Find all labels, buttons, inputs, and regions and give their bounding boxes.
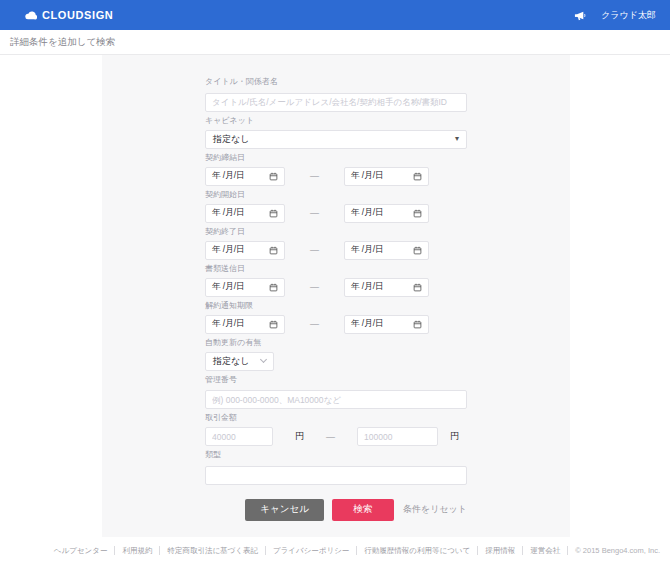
- field-cabinet: キャビネット 指定なし ▾: [205, 116, 467, 149]
- footer-link-careers[interactable]: 採用情報: [478, 546, 523, 555]
- amount-from-input[interactable]: [205, 427, 273, 446]
- start-date-from-input[interactable]: 年 /月/日: [205, 204, 285, 223]
- field-title-label: タイトル・関係者名: [205, 77, 467, 87]
- chevron-down-icon: [260, 356, 267, 363]
- end-date-from-input[interactable]: 年 /月/日: [205, 241, 285, 260]
- reset-conditions-link[interactable]: 条件をリセット: [403, 503, 467, 516]
- calendar-icon[interactable]: [269, 283, 278, 292]
- footer-link-company[interactable]: 運営会社: [523, 546, 568, 555]
- brand-name: CLOUDSIGN: [42, 9, 113, 21]
- footer-link-commercial-law[interactable]: 特定商取引法に基づく表記: [160, 546, 266, 555]
- footer-link-privacy-policy[interactable]: プライバシーポリシー: [266, 546, 357, 555]
- field-sent-date-label: 書類送信日: [205, 264, 467, 274]
- management-number-input[interactable]: [205, 390, 467, 409]
- field-start-date: 契約開始日 年 /月/日 — 年 /月/日: [205, 190, 467, 223]
- field-auto-renewal-label: 自動更新の有無: [205, 338, 467, 348]
- range-separator: —: [285, 319, 344, 329]
- field-type-label: 類型: [205, 450, 467, 460]
- field-amount: 取引金額 円 — 円: [205, 413, 467, 446]
- chevron-down-icon: ▾: [455, 135, 459, 143]
- termination-notice-to-input[interactable]: 年 /月/日: [344, 315, 429, 334]
- field-sent-date: 書類送信日 年 /月/日 — 年 /月/日: [205, 264, 467, 297]
- footer: ヘルプセンター 利用規約 特定商取引法に基づく表記 プライバシーポリシー 行動履…: [0, 537, 670, 555]
- calendar-icon[interactable]: [413, 320, 422, 329]
- field-termination-notice-label: 解約通知期限: [205, 301, 467, 311]
- range-separator: —: [285, 208, 344, 218]
- user-menu[interactable]: クラウド太郎: [601, 9, 656, 22]
- calendar-icon[interactable]: [413, 209, 422, 218]
- amount-to-input[interactable]: [357, 427, 438, 446]
- field-management-number-label: 管理番号: [205, 375, 467, 385]
- title-input[interactable]: [205, 93, 467, 112]
- calendar-icon[interactable]: [269, 209, 278, 218]
- amount-unit-from: 円: [295, 430, 304, 443]
- footer-link-behavior-history[interactable]: 行動履歴情報の利用等について: [357, 546, 478, 555]
- range-separator: —: [285, 245, 344, 255]
- search-button[interactable]: 検索: [332, 499, 394, 521]
- field-conclusion-date-label: 契約締結日: [205, 153, 467, 163]
- calendar-icon[interactable]: [269, 320, 278, 329]
- megaphone-icon[interactable]: [574, 9, 587, 22]
- field-end-date-label: 契約終了日: [205, 227, 467, 237]
- app-header: CLOUDSIGN クラウド太郎: [0, 0, 670, 30]
- field-management-number: 管理番号: [205, 375, 467, 410]
- calendar-icon[interactable]: [413, 246, 422, 255]
- page-title-bar: 詳細条件を追加して検索: [0, 30, 670, 55]
- page-title: 詳細条件を追加して検索: [10, 36, 115, 49]
- range-separator: —: [326, 432, 335, 442]
- type-input[interactable]: [205, 466, 467, 485]
- field-cabinet-label: キャビネット: [205, 116, 467, 126]
- search-form-panel: タイトル・関係者名 キャビネット 指定なし ▾ 契約締結日 年 /月/日: [102, 55, 570, 537]
- cancel-button[interactable]: キャンセル: [245, 499, 324, 521]
- conclusion-date-from-input[interactable]: 年 /月/日: [205, 167, 285, 186]
- header-right: クラウド太郎: [574, 9, 656, 22]
- form-buttons: キャンセル 検索 条件をリセット: [205, 499, 467, 521]
- range-separator: —: [285, 282, 344, 292]
- termination-notice-from-input[interactable]: 年 /月/日: [205, 315, 285, 334]
- amount-unit-to: 円: [450, 430, 459, 443]
- cloud-logo-icon: [24, 9, 37, 22]
- field-auto-renewal: 自動更新の有無 指定なし: [205, 338, 467, 371]
- content: タイトル・関係者名 キャビネット 指定なし ▾ 契約締結日 年 /月/日: [0, 55, 670, 569]
- field-amount-label: 取引金額: [205, 413, 467, 423]
- end-date-to-input[interactable]: 年 /月/日: [344, 241, 429, 260]
- conclusion-date-to-input[interactable]: 年 /月/日: [344, 167, 429, 186]
- field-title: タイトル・関係者名: [205, 77, 467, 112]
- field-type: 類型: [205, 450, 467, 485]
- footer-copyright: © 2015 Bengo4.com, Inc.: [568, 546, 660, 555]
- field-end-date: 契約終了日 年 /月/日 — 年 /月/日: [205, 227, 467, 260]
- start-date-to-input[interactable]: 年 /月/日: [344, 204, 429, 223]
- calendar-icon[interactable]: [413, 172, 422, 181]
- sent-date-from-input[interactable]: 年 /月/日: [205, 278, 285, 297]
- field-conclusion-date: 契約締結日 年 /月/日 — 年 /月/日: [205, 153, 467, 186]
- calendar-icon[interactable]: [269, 246, 278, 255]
- cabinet-select[interactable]: 指定なし ▾: [205, 130, 467, 149]
- field-start-date-label: 契約開始日: [205, 190, 467, 200]
- calendar-icon[interactable]: [413, 283, 422, 292]
- auto-renewal-select[interactable]: 指定なし: [205, 352, 274, 371]
- range-separator: —: [285, 171, 344, 181]
- brand-logo[interactable]: CLOUDSIGN: [24, 9, 113, 22]
- footer-link-terms[interactable]: 利用規約: [115, 546, 160, 555]
- cabinet-selected-value: 指定なし: [213, 133, 249, 146]
- field-termination-notice: 解約通知期限 年 /月/日 — 年 /月/日: [205, 301, 467, 334]
- calendar-icon[interactable]: [269, 172, 278, 181]
- auto-renewal-selected-value: 指定なし: [213, 355, 249, 368]
- sent-date-to-input[interactable]: 年 /月/日: [344, 278, 429, 297]
- footer-link-help-center[interactable]: ヘルプセンター: [47, 546, 116, 555]
